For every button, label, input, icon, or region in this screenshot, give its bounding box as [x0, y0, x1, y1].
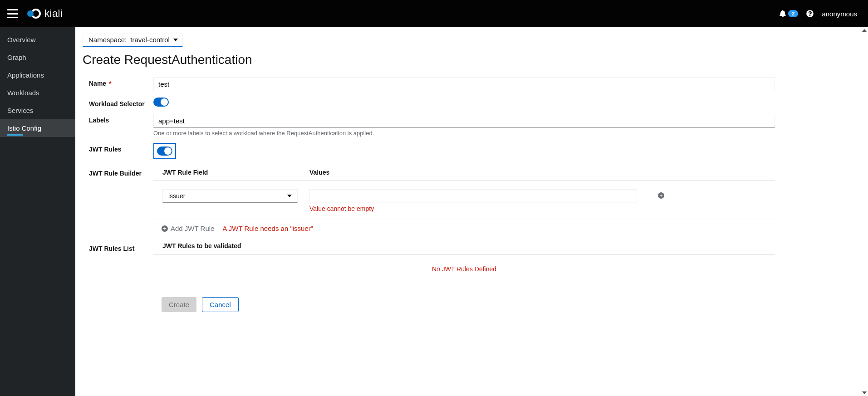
- jwt-rules-toggle[interactable]: [157, 147, 172, 156]
- jwt-rule-value-error: Value cannot be empty: [309, 205, 637, 212]
- chevron-down-icon: [287, 195, 292, 197]
- add-jwt-rule-warning: A JWT Rule needs an "issuer": [222, 225, 313, 232]
- jwt-rules-list-empty: No JWT Rules Defined: [153, 254, 775, 284]
- sidebar-item-graph[interactable]: Graph: [0, 49, 75, 66]
- user-menu[interactable]: anonymous: [822, 10, 857, 18]
- chevron-down-icon: [173, 39, 178, 41]
- sidebar-item-overview[interactable]: Overview: [0, 31, 75, 49]
- jwt-rule-field-selected: issuer: [168, 192, 185, 200]
- topbar: kiali 2 anonymous: [0, 0, 868, 27]
- brand-name: kiali: [44, 8, 63, 20]
- workload-selector-label: Workload Selector: [89, 98, 153, 108]
- namespace-selector[interactable]: Namespace: travel-control: [83, 34, 183, 47]
- notifications-badge: 2: [788, 10, 798, 17]
- jwt-rule-field-select[interactable]: issuer: [162, 189, 298, 203]
- scroll-up-icon: [862, 29, 867, 32]
- name-label: Name *: [89, 77, 153, 87]
- jwt-rules-label: JWT Rules: [89, 143, 153, 153]
- hamburger-menu-button[interactable]: [7, 9, 18, 18]
- labels-input[interactable]: [153, 114, 775, 128]
- jwt-rule-value-input[interactable]: [309, 189, 637, 202]
- bell-icon: [779, 10, 786, 17]
- form: Name * Workload Selector Labels One or m…: [83, 77, 781, 323]
- page-title: Create RequestAuthentication: [83, 53, 861, 67]
- namespace-selector-label: Namespace:: [88, 36, 127, 44]
- kiali-logo-icon: [27, 8, 42, 19]
- sidebar-item-applications[interactable]: Applications: [0, 66, 75, 84]
- create-button[interactable]: Create: [162, 297, 196, 312]
- jwt-rules-list-label: JWT Rules List: [89, 242, 153, 252]
- jwt-rules-list-heading: JWT Rules to be validated: [153, 242, 775, 254]
- vertical-scrollbar[interactable]: [862, 27, 868, 396]
- namespace-selector-value: travel-control: [130, 36, 170, 44]
- brand-logo[interactable]: kiali: [27, 8, 63, 20]
- jwt-rule-values-header: Values: [309, 169, 329, 176]
- topbar-right: 2 anonymous: [779, 10, 857, 18]
- sidebar-item-istio-config[interactable]: Istio Config: [0, 119, 75, 137]
- add-value-button[interactable]: +: [658, 192, 664, 199]
- scroll-down-icon: [862, 391, 867, 394]
- cancel-button[interactable]: Cancel: [202, 297, 239, 312]
- workload-selector-toggle[interactable]: [153, 98, 169, 107]
- help-icon[interactable]: [806, 10, 814, 17]
- sidebar-nav: Overview Graph Applications Workloads Se…: [0, 27, 75, 396]
- jwt-rule-builder-label: JWT Rule Builder: [89, 167, 153, 177]
- main-content: Namespace: travel-control Create Request…: [75, 27, 868, 396]
- jwt-rule-field-header: JWT Rule Field: [162, 169, 309, 176]
- add-jwt-rule-button[interactable]: + Add JWT Rule: [162, 225, 214, 232]
- name-input[interactable]: [153, 77, 775, 91]
- labels-help-text: One or more labels to select a workload …: [153, 130, 775, 137]
- plus-icon: +: [162, 225, 168, 232]
- labels-label: Labels: [89, 114, 153, 124]
- notifications-button[interactable]: 2: [779, 10, 798, 17]
- sidebar-item-workloads[interactable]: Workloads: [0, 84, 75, 102]
- sidebar-item-services[interactable]: Services: [0, 102, 75, 119]
